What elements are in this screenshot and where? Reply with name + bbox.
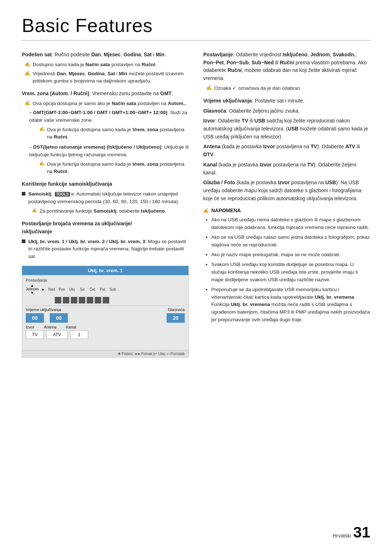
right-items: Vrijeme uključivanja: Postavite sat i mi… (203, 97, 370, 202)
section-podesen-sat: Podešen sat: Ručno podesite Dan, Mjesec,… (22, 51, 189, 85)
podesen-sat-bold: Podešen sat (22, 52, 52, 57)
ui-postavljanje-section: Postavljanje ▲ Jednom ▼ ► Ned (26, 278, 185, 303)
page-language: Hrvatski (333, 533, 351, 539)
item-glazba-foto: Glazba / Foto (kada je postavka Izvor po… (203, 179, 370, 202)
sub-note-gmt: ✍ Ova je funkcija dostupna samo kada je … (29, 126, 189, 141)
ui-footer-text: ❖ Podesi ◄►Pomak [↵ Ulaz ↩ Povratak (118, 352, 185, 356)
sub-note-text-dst: Ova je funkcija dostupna samo kada je Vr… (47, 161, 189, 176)
item-vrijeme: Vrijeme uključivanja: Postavite sat i mi… (203, 97, 370, 105)
ui-label-vrijeme: Vrijeme uključivanja (26, 307, 61, 312)
right-intro: Postavljanje: Odaberite vrijednost Isklj… (203, 51, 370, 92)
arrow-right: ► (42, 287, 45, 291)
ui-input-minute[interactable]: 00 (50, 313, 68, 323)
ui-postavljanje-label: Postavljanje (26, 278, 185, 282)
postavljanje-bold: Postavljanje (203, 52, 233, 57)
ui-input-row: 00 00 20 (26, 313, 185, 323)
note-icon-4: ✍ (39, 126, 45, 132)
right-column: Postavljanje: Odaberite vrijednost Isklj… (203, 51, 370, 363)
note-icon-1: ✍ (25, 61, 30, 67)
note-icon-oznaka: ✍ (206, 85, 212, 90)
page-title: Basic Features (22, 15, 370, 41)
sub-note-dst: ✍ Ova je funkcija dostupna samo kada je … (29, 161, 189, 176)
ui-input-volume[interactable]: 20 (167, 313, 185, 323)
note-icon-2: ✍ (25, 70, 30, 76)
item-kanal: Kanal (kada je postavka Izvor postavljen… (203, 161, 370, 177)
note-text-3: Ova opcija dostupna je samo ako je Način… (33, 100, 186, 107)
ui-jednom-row: ▲ Jednom ▼ ► Ned Pon Uto Sri (26, 284, 185, 295)
section-vrem-zona: Vrem. zona (Autom. / Ručni): Vremensku z… (22, 90, 189, 175)
ui-title-bar: Uklj. br. vrem. 1 (22, 266, 188, 275)
ui-input-hour[interactable]: 00 (26, 313, 44, 323)
napomena-list: Ako na USB uređaju nema datoteke s glazb… (203, 216, 370, 324)
checkbox-uto[interactable] (71, 297, 77, 303)
koristenje-heading: Korištenje funkcije samoisključivanja (22, 180, 189, 188)
section-napomena: ✍ NAPOMENA Ako na USB uređaju nema datot… (203, 207, 370, 324)
tools-badge: TOOLS (55, 192, 70, 197)
item-glasnoca: Glasnoća: Odaberite željenu jačinu zvuka… (203, 107, 370, 115)
ui-checkboxes (55, 297, 185, 303)
napomena-item-1: Ako na USB uređaju nema datoteke s glazb… (211, 216, 370, 231)
right-intro-text: Postavljanje: Odaberite vrijednost Isklj… (203, 51, 370, 82)
item-antena: Antena (kada je postavka Izvor postavlje… (203, 143, 370, 158)
samoisklj-text: Samoisklj. TOOLS⚙: Automatski isključuje… (28, 190, 189, 206)
square-icon-1 (22, 192, 25, 196)
checkbox-sub[interactable] (103, 297, 109, 303)
ui-arrow-group: ▲ Jednom ▼ (26, 284, 39, 295)
note-dostupno: ✍ Dostupno samo kada je Način sata posta… (22, 61, 189, 68)
checkbox-sri[interactable] (79, 297, 85, 303)
dash-gmt-text: – GMT(GMT-3:00~GMT-1:00 / GMT / GMT+1:00… (29, 109, 189, 124)
note-icon-5: ✍ (39, 161, 45, 166)
sub-note-text-gmt: Ova je funkcija dostupna samo kada je Vr… (47, 126, 189, 141)
ui-label-kanal: Kanal (66, 325, 76, 329)
ui-select-row: TV ATV 1 (26, 330, 185, 339)
section-koristenje: Korištenje funkcije samoisključivanja Sa… (22, 180, 189, 215)
sub-note-samoisklj: ✍ Za poništavanje funkcije Samoisklj. od… (22, 207, 189, 215)
napomena-icon: ✍ (203, 208, 209, 213)
note-text-oznaka: Oznaka ✓ označava da je dan odabran. (214, 85, 301, 92)
dash-dst-text: – DST(ljetno računanje vremena) (Isključ… (29, 144, 189, 158)
napomena-item-2: Ako se na USB uređaju nalazi samo jedna … (211, 234, 370, 249)
dash-dst: – DST(ljetno računanje vremena) (Isključ… (22, 144, 189, 175)
note-icon-6: ✍ (32, 208, 37, 213)
checkbox-pet[interactable] (95, 297, 101, 303)
napomena-item-4: Svakom USB uređaju koji koristite dodjel… (211, 261, 370, 284)
ui-section-labels: Vrijeme uključivanja Glasnoća (26, 307, 185, 312)
note-oznaka: ✍ Oznaka ✓ označava da je dan odabran. (203, 85, 370, 92)
podesen-sat-heading: Podešen sat: Ručno podesite Dan, Mjesec,… (22, 51, 189, 59)
postavljanje-heading: Postavljanje brojača vremena za uključiv… (22, 220, 189, 235)
note-opcija: ✍ Ova opcija dostupna je samo ako je Nač… (22, 100, 189, 107)
vrem-zona-heading: Vrem. zona (Autom. / Ručni): Vremensku z… (22, 90, 189, 98)
ui-select-kanal-val[interactable]: 1 (70, 330, 88, 339)
ui-select-atv[interactable]: ATV (46, 330, 68, 339)
napomena-item-3: Ako je naziv mape predugačak, mapa se ne… (211, 251, 370, 259)
day-sub: Sub (108, 287, 117, 291)
ui-label-glasnoca: Glasnoća (168, 307, 185, 312)
napomena-title: NAPOMENA (211, 207, 241, 213)
note-text-1: Dostupno samo kada je Način sata postavl… (33, 61, 156, 68)
page-number-area: Hrvatski 31 (333, 524, 370, 541)
ui-label-antena: Antena (44, 325, 57, 329)
dash-gmt: – GMT(GMT-3:00~GMT-1:00 / GMT / GMT+1:00… (22, 109, 189, 141)
checkbox-cet[interactable] (87, 297, 93, 303)
uklj-text: Uklj. br. vrem. 1 / Uklj. br. vrem. 2 / … (28, 238, 189, 261)
square-icon-2 (22, 239, 25, 243)
page-number: 31 (353, 524, 370, 541)
checkbox-pon[interactable] (63, 297, 69, 303)
ui-select-tv[interactable]: TV (26, 330, 44, 339)
napomena-heading: ✍ NAPOMENA (203, 207, 370, 213)
ui-body: Postavljanje ▲ Jednom ▼ ► Ned (22, 275, 188, 350)
samoisklj-bullet: Samoisklj. TOOLS⚙: Automatski isključuje… (22, 190, 189, 206)
two-column-layout: Podešen sat: Ručno podesite Dan, Mjesec,… (22, 51, 370, 363)
note-icon-3: ✍ (25, 100, 30, 106)
napomena-item-5: Preporučuje se da upotrebljavate USB mem… (211, 286, 370, 324)
day-pon: Pon (57, 287, 66, 291)
section-postavljanje-brojaca: Postavljanje brojača vremena za uključiv… (22, 220, 189, 358)
sub-note-text-samoisklj: Za poništavanje funkcije Samoisklj. odab… (40, 207, 166, 215)
vrem-zona-bold: Vrem. zona (Autom. / Ručni) (22, 90, 89, 96)
page-container: Basic Features Podešen sat: Ručno podesi… (0, 0, 392, 384)
item-izvor: Izvor: Odaberite TV ili USB sadržaj koji… (203, 117, 370, 141)
checkbox-ned[interactable] (55, 297, 61, 303)
arrow-down[interactable]: ▼ (30, 291, 34, 295)
ui-screenshot-box: Uklj. br. vrem. 1 Postavljanje ▲ Jednom … (22, 266, 189, 358)
ui-footer: ❖ Podesi ◄►Pomak [↵ Ulaz ↩ Povratak (22, 350, 188, 357)
